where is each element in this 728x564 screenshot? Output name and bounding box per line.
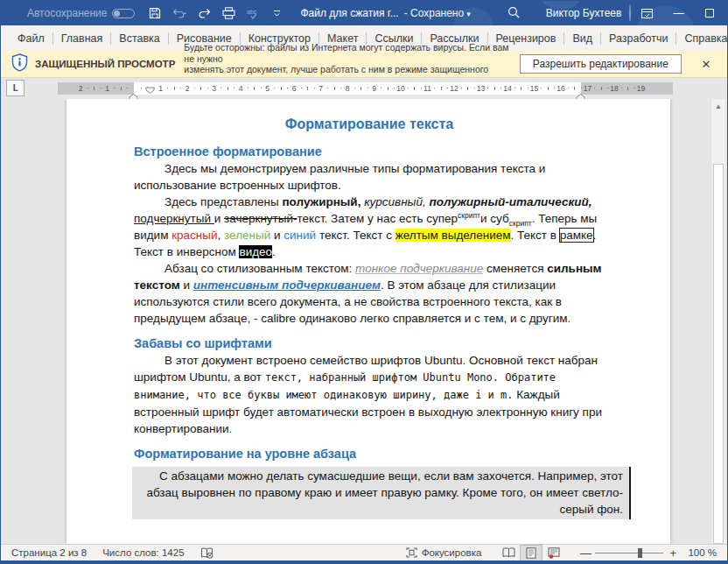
tab-вставка[interactable]: Вставка (111, 29, 167, 48)
ruler-number: 3 (212, 83, 216, 94)
tab-разработчи[interactable]: Разработчи (601, 29, 676, 48)
status-bar: Страница 2 из 8 Число слов: 1425 Фокусир… (1, 544, 727, 560)
document-title: Файл для сжатия г... (300, 7, 398, 19)
first-line-indent-marker[interactable] (145, 81, 155, 97)
word-count[interactable]: Число слов: 1425 (102, 547, 184, 558)
text-run-s: зачеркнутый- (224, 212, 298, 225)
scrollbar-thumb[interactable] (713, 164, 724, 544)
read-mode-button[interactable] (497, 545, 520, 561)
text-run-plain: текст. Затем у нас есть супер (298, 212, 458, 225)
vertical-scrollbar[interactable]: ▲ (710, 99, 725, 544)
undo-icon[interactable] (172, 8, 187, 19)
user-name[interactable]: Виктор Бухтеев (546, 7, 622, 19)
ruler-row: L 1212345678910111213141516171819 (1, 78, 727, 99)
quick-access-toolbar: abc (149, 7, 281, 19)
tab-файл[interactable]: Файл (10, 29, 52, 48)
shield-info-icon (11, 53, 28, 75)
document-heading: Форматирование текста (134, 115, 605, 133)
print-layout-button[interactable] (520, 545, 542, 561)
enable-editing-button[interactable]: Разрешить редактирование (520, 54, 682, 74)
section-heading: Забавы со шрифтами (134, 335, 605, 352)
ruler-number: 15 (530, 83, 538, 94)
zoom-in-button[interactable]: + (665, 546, 681, 560)
text-run-plain: текст. Текст с (316, 229, 396, 242)
protected-view-bar: ЗАЩИЩЕННЫЙ ПРОСМОТР Будьте осторожны: фа… (1, 51, 727, 78)
text-run-plain: С абзацами можно делать сумасшедшие вещи… (146, 469, 623, 516)
tab-вид[interactable]: Вид (564, 29, 600, 48)
section-heading: Встроенное форматирование (134, 143, 605, 160)
maximize-button[interactable] (694, 1, 725, 25)
tab-главная[interactable]: Главная (53, 29, 111, 48)
text-run-plain: . Текст в (511, 229, 560, 242)
text-run-bi: полужирный-италический, (430, 195, 592, 208)
autosave-control[interactable]: Автосохранение (27, 7, 135, 19)
text-run-u: подчеркнутый (134, 212, 214, 225)
text-run-plain: и (214, 212, 224, 225)
focus-mode-button[interactable]: Фокусировка (406, 547, 482, 558)
text-run-plain: и суб (480, 212, 509, 225)
ruler-number: 1 (158, 83, 163, 94)
text-run-plain: Здесь мы демонстрируем различные типы фо… (134, 162, 545, 192)
tab-справка[interactable]: Справка (676, 29, 728, 48)
page-indicator[interactable]: Страница 2 из 8 (11, 547, 87, 558)
word-window: Автосохранение abc Файл для сжатия г... … (0, 0, 728, 564)
save-status[interactable]: - Сохранено▾ (404, 7, 471, 19)
ruler-number: 16 (556, 83, 564, 94)
ruler-number: 2 (79, 83, 83, 94)
window-bottom-edge (1, 560, 727, 563)
ruler-number: 6 (292, 83, 297, 94)
paragraph: С абзацами можно делать сумасшедшие вещи… (132, 467, 631, 519)
zoom-controls: — + 100 % (578, 546, 722, 560)
text-run-inv: видео (239, 245, 272, 258)
text-run-plain: . (272, 245, 276, 258)
zoom-out-button[interactable]: — (578, 546, 593, 560)
text-run-green: зеленый (224, 229, 270, 242)
proofing-errors-icon[interactable] (200, 547, 214, 559)
zoom-slider-thumb[interactable] (638, 548, 642, 558)
ruler-number: 10 (396, 83, 404, 94)
document-body: Встроенное форматированиеЗдесь мы демонс… (134, 143, 605, 519)
svg-text:abc: abc (247, 9, 257, 15)
close-warning-icon[interactable]: ✕ (697, 58, 715, 71)
text-run-plain: , (218, 229, 225, 242)
ruler-number: 11 (424, 83, 431, 94)
horizontal-ruler[interactable]: 1212345678910111213141516171819 (58, 82, 673, 95)
text-run-b: полужирный, (282, 195, 360, 208)
ruler-number: 19 (637, 83, 645, 94)
customize-qat-chevron-icon[interactable] (273, 11, 281, 17)
print-icon[interactable] (222, 7, 235, 19)
web-layout-button[interactable] (542, 545, 565, 561)
page-content: Форматирование текста Встроенное формати… (66, 99, 670, 519)
spellcheck-icon[interactable]: abc (247, 8, 262, 19)
ruler-left-margin (58, 82, 134, 95)
text-run-blue: синий (284, 229, 316, 242)
paragraph: Здесь мы демонстрируем различные типы фо… (134, 160, 605, 194)
ribbon-display-options-icon[interactable] (631, 1, 662, 25)
document-area: Форматирование текста Встроенное формати… (1, 99, 727, 544)
ruler-number: 2 (186, 83, 190, 94)
ruler-number: 1 (105, 83, 109, 94)
ruler-number: 4 (239, 83, 243, 94)
save-icon[interactable] (149, 7, 161, 19)
zoom-slider[interactable] (595, 547, 663, 559)
ruler-number: 14 (503, 83, 511, 94)
zoom-level[interactable]: 100 % (688, 547, 717, 558)
redo-icon[interactable] (199, 8, 211, 19)
status-bar-right: Фокусировка — + 100 % (406, 545, 722, 561)
text-run-plain: Абзац со стилизованным текстом: (164, 262, 355, 275)
text-run-plain: сменяется (483, 262, 547, 275)
autosave-toggle[interactable] (112, 9, 135, 18)
chevron-down-icon: ▾ (466, 10, 471, 18)
text-run-int: интенсивным подчеркиванием (193, 278, 381, 292)
text-run-plain: Здесь представлены (164, 195, 282, 208)
tab-stop-selector[interactable]: L (6, 80, 24, 96)
scroll-up-icon[interactable]: ▲ (711, 99, 725, 113)
minimize-button[interactable]: — (662, 1, 694, 25)
title-bar: Автосохранение abc Файл для сжатия г... … (1, 1, 727, 25)
search-icon[interactable] (508, 6, 520, 21)
paragraph: В этот документ встроено семейство шрифт… (134, 352, 605, 437)
text-run-red: красный (172, 229, 217, 242)
document-page[interactable]: Форматирование текста Встроенное формати… (66, 99, 670, 544)
section-heading: Форматирование на уровне абзаца (134, 445, 605, 462)
ruler-number: 12 (450, 83, 458, 94)
